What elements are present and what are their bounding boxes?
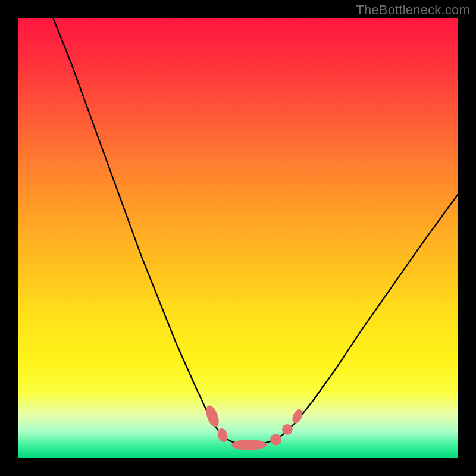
curve-marker-lozenge	[290, 408, 305, 425]
bottleneck-curve	[53, 18, 458, 445]
curve-layer	[18, 18, 458, 458]
outer-frame: TheBottleneck.com	[0, 0, 476, 476]
curve-marker-lozenge	[203, 404, 221, 429]
curve-marker-dot	[270, 434, 281, 445]
plot-area	[18, 18, 458, 458]
curve-marker-dot	[282, 424, 293, 435]
curve-marker-lozenge	[231, 440, 267, 450]
watermark-text: TheBottleneck.com	[356, 2, 470, 18]
marker-layer	[203, 404, 305, 450]
